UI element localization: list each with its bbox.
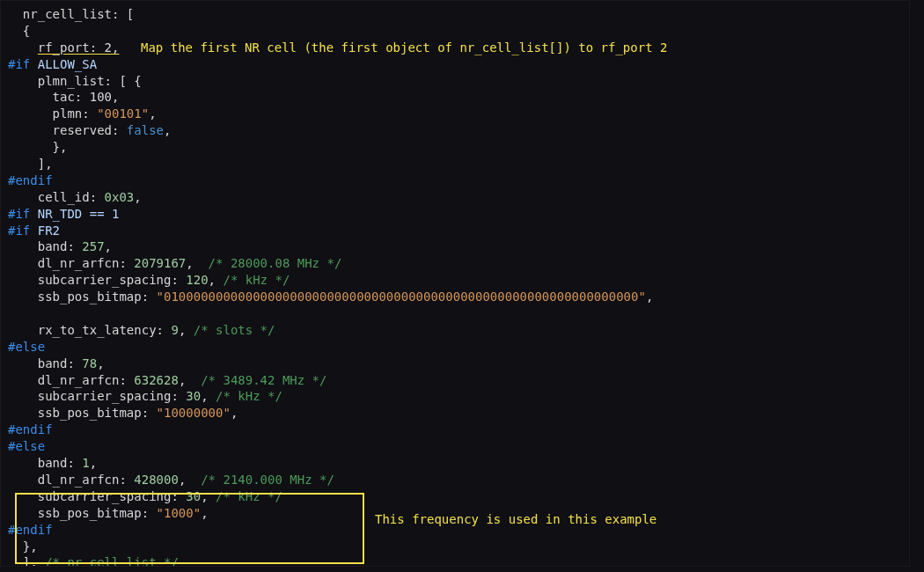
- preproc: #else: [8, 340, 45, 354]
- preproc: #else: [8, 439, 45, 453]
- line: ], /* nr_cell_list */: [8, 555, 179, 567]
- line: dl_nr_arfcn: 2079167, /* 28000.08 MHz */: [8, 256, 341, 270]
- line: ],: [8, 157, 53, 171]
- preproc: #if FR2: [8, 224, 60, 238]
- line: {: [8, 24, 30, 38]
- line: band: 1,: [8, 456, 97, 470]
- line: tac: 100,: [8, 90, 119, 104]
- code-block: nr_cell_list: [ { rf_port: 2, #if ALLOW_…: [0, 0, 910, 567]
- line: ssb_pos_bitmap: "1000",: [8, 506, 209, 520]
- line: subcarrier_spacing: 120, /* kHz */: [8, 273, 290, 287]
- line: },: [8, 140, 67, 154]
- line: plmn_list: [ {: [8, 74, 142, 88]
- line: band: 257,: [8, 239, 112, 253]
- line: dl_nr_arfcn: 632628, /* 3489.42 MHz */: [8, 373, 326, 387]
- line: reserved: false,: [8, 123, 171, 137]
- line: band: 78,: [8, 356, 105, 370]
- preproc: #if NR_TDD == 1: [8, 207, 119, 221]
- annotation-rf-port: Map the first NR cell (the first object …: [141, 40, 667, 56]
- preproc: #endif: [8, 523, 53, 537]
- line: rx_to_tx_latency: 9, /* slots */: [8, 323, 275, 337]
- rf-port-highlight: rf_port: 2,: [38, 40, 120, 55]
- line: plmn: "00101",: [8, 106, 157, 121]
- line: rf_port: 2,: [8, 40, 119, 55]
- line: ssb_pos_bitmap: "10000000",: [8, 406, 238, 420]
- preproc: #endif: [8, 422, 53, 436]
- line: nr_cell_list: [: [8, 7, 134, 21]
- code-lines: nr_cell_list: [ { rf_port: 2, #if ALLOW_…: [8, 6, 902, 567]
- line: dl_nr_arfcn: 428000, /* 2140.000 MHz */: [8, 473, 334, 487]
- line: subcarrier_spacing: 30, /* kHz */: [8, 389, 282, 403]
- line: cell_id: 0x03,: [8, 190, 142, 204]
- blank-line: [8, 306, 15, 320]
- line: ssb_pos_bitmap: "01000000000000000000000…: [8, 290, 653, 304]
- annotation-frequency: This frequency is used in this example: [375, 511, 656, 528]
- preproc: #endif: [8, 173, 53, 187]
- line: subcarrier_spacing: 30, /* kHz */: [8, 489, 282, 503]
- preproc: #if ALLOW_SA: [8, 57, 97, 71]
- line: },: [8, 539, 38, 554]
